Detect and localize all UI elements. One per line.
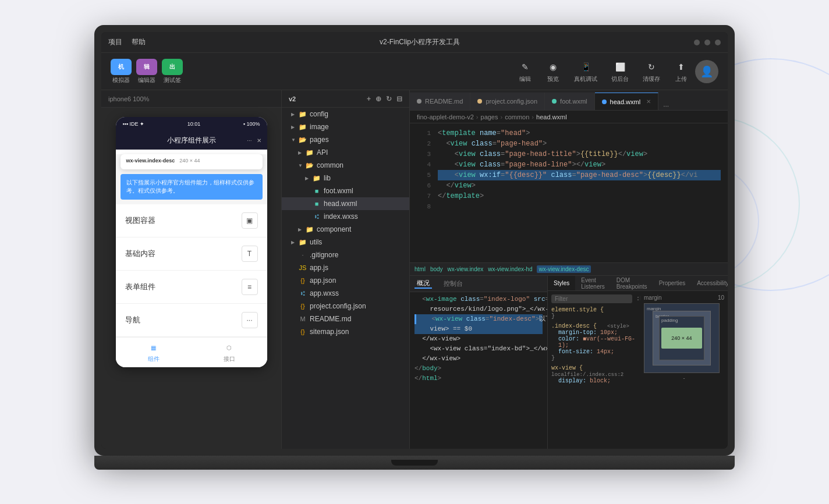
- tab-foot-wxml[interactable]: foot.wxml: [545, 93, 594, 110]
- pseudo-toggle[interactable]: :hov: [635, 296, 640, 302]
- toolbar-btn-editor[interactable]: 辑 编辑器: [136, 59, 157, 84]
- styles-tab-properties[interactable]: Properties: [653, 276, 692, 290]
- code-content: <template name="head"> <view class="page…: [431, 123, 728, 262]
- menu-project[interactable]: 项目: [108, 37, 122, 47]
- code-editor[interactable]: 1 2 3 4 5 6 7 8 <template name="head">: [410, 123, 728, 262]
- tree-item-readme[interactable]: ▶ M README.md: [282, 313, 409, 325]
- tree-item-pages[interactable]: ▼ 📂 pages: [282, 133, 409, 146]
- action-device-debug[interactable]: 📱 真机调试: [574, 60, 597, 83]
- html-line-5: </wx-view>: [414, 334, 543, 344]
- phone-close-icon[interactable]: ✕: [257, 137, 261, 144]
- tab-more[interactable]: ···: [658, 102, 674, 110]
- tab-project-config[interactable]: project.config.json: [470, 93, 545, 110]
- file-project-config-icon: {}: [298, 301, 307, 311]
- menu-item-nav[interactable]: 导航 ···: [116, 304, 267, 337]
- file-gitignore-icon: ·: [298, 250, 307, 260]
- phone-tooltip-header: wx-view.index-desc 240 × 44: [126, 158, 257, 164]
- collapse-icon[interactable]: ⊟: [396, 95, 402, 103]
- dev-tab-overview[interactable]: 概况: [414, 279, 432, 289]
- styles-tab-event-listeners[interactable]: Event Listeners: [575, 276, 611, 290]
- dom-body-tag[interactable]: body: [430, 266, 443, 272]
- tree-item-foot-wxml[interactable]: ▶ ■ foot.wxml: [282, 184, 409, 197]
- dom-breadcrumb: html body wx-view.index wx-view.index-hd…: [410, 263, 728, 276]
- title-bar-menu: 项目 帮助: [108, 37, 146, 47]
- nav-component[interactable]: ▦ 组件: [116, 338, 192, 367]
- action-preview[interactable]: ◉ 预览: [546, 60, 560, 83]
- box-diagram: margin border padding 240 × 44: [644, 303, 720, 373]
- tab-close-icon[interactable]: ✕: [646, 98, 651, 105]
- phone-more-icon[interactable]: ···: [247, 137, 251, 144]
- styles-filter-input[interactable]: [551, 294, 632, 303]
- tree-item-config-label: config: [310, 110, 328, 118]
- action-clear-cache[interactable]: ↻ 清缓存: [643, 60, 660, 83]
- window-minimize[interactable]: [694, 40, 700, 45]
- simulator-icon: 机: [111, 59, 132, 75]
- tree-item-api[interactable]: ▶ 📁 API: [282, 146, 409, 159]
- new-folder-icon[interactable]: ⊕: [375, 95, 381, 103]
- wx-view-source[interactable]: localfile:/.index.css:2: [551, 372, 623, 378]
- user-avatar[interactable]: 👤: [695, 60, 718, 83]
- file-tree-actions: + ⊕ ↻ ⊟: [367, 95, 402, 103]
- dev-tab-console[interactable]: 控制台: [441, 279, 465, 288]
- nav-icon: ···: [242, 312, 258, 328]
- window-close[interactable]: [715, 40, 721, 45]
- tab-foot-wxml-label: foot.wxml: [560, 98, 587, 105]
- style-rule-element: element.style { }: [551, 307, 637, 320]
- tree-item-component[interactable]: ▶ 📁 component: [282, 223, 409, 236]
- action-upload[interactable]: ⬆ 上传: [674, 60, 688, 83]
- breadcrumb-pages: pages: [481, 113, 498, 120]
- tree-item-index-wxss[interactable]: ▶ ⑆ index.wxss: [282, 210, 409, 223]
- refresh-icon[interactable]: ↻: [386, 95, 392, 103]
- window-maximize[interactable]: [704, 40, 710, 45]
- folder-image-icon: 📁: [298, 122, 307, 132]
- tree-item-app-json[interactable]: ▶ {} app.json: [282, 274, 409, 287]
- dom-wx-view-index-tag[interactable]: wx-view.index: [448, 266, 484, 272]
- menu-item-form[interactable]: 表单组件 ≡: [116, 271, 267, 304]
- style-rule-index-desc: .index-desc { <style> margin-top: 10px; …: [551, 323, 637, 361]
- basic-content-icon: T: [242, 246, 258, 262]
- menu-item-view-container[interactable]: 视图容器 ▣: [116, 204, 267, 237]
- toolbar-btn-simulator[interactable]: 机 模拟器: [111, 59, 132, 84]
- styles-tab-accessibility[interactable]: Accessibility: [691, 276, 728, 290]
- tree-item-project-config[interactable]: ▶ {} project.config.json: [282, 300, 409, 313]
- interface-nav-icon: ⬡: [224, 342, 235, 354]
- breadcrumb-common: common: [505, 113, 529, 120]
- menu-item-basic-content[interactable]: 基础内容 T: [116, 237, 267, 271]
- html-line-8: </body>: [414, 364, 543, 374]
- tree-item-head-wxml[interactable]: ▶ ■ head.wxml: [282, 197, 409, 210]
- tab-head-wxml[interactable]: head.wxml ✕: [595, 93, 659, 110]
- dom-html-tag[interactable]: html: [414, 266, 426, 272]
- tree-item-lib[interactable]: ▶ 📁 lib: [282, 172, 409, 184]
- code-line-2: <view class="page-head">: [438, 139, 721, 149]
- tree-item-app-wxss-label: app.wxss: [310, 289, 339, 297]
- phone-signal: ▪▪▪ IDE ✦: [123, 121, 145, 127]
- tree-item-gitignore[interactable]: ▶ · .gitignore: [282, 249, 409, 261]
- dom-wx-view-index-desc-tag[interactable]: wx-view.index-desc: [537, 265, 590, 273]
- editor-breadcrumb: fino-applet-demo-v2 › pages › common › h…: [410, 111, 728, 123]
- dom-wx-view-index-hd-tag[interactable]: wx-view.index-hd: [488, 266, 532, 272]
- toolbar: 机 模拟器 辑 编辑器 出 测试签 ✎ 编辑: [101, 53, 728, 90]
- tab-readme[interactable]: README.md: [410, 93, 470, 110]
- box-border-area: border padding 240 × 44: [653, 311, 711, 365]
- tree-item-config[interactable]: ▶ 📁 config: [282, 108, 409, 120]
- new-file-icon[interactable]: +: [367, 95, 371, 103]
- styles-tab-dom-breakpoints[interactable]: DOM Breakpoints: [611, 276, 653, 290]
- style-rule-wx-view: wx-view { localfile:/.index.css:2 displa…: [551, 365, 637, 384]
- phone-status-bar: ▪▪▪ IDE ✦ 10:01 ▪ 100%: [116, 117, 267, 131]
- tree-item-app-js[interactable]: ▶ JS app.js: [282, 261, 409, 274]
- tree-item-sitemap[interactable]: ▶ {} sitemap.json: [282, 325, 409, 338]
- file-tree-header: v2 + ⊕ ↻ ⊟: [282, 90, 409, 108]
- styles-tab-styles[interactable]: Styles: [548, 276, 575, 290]
- tree-item-readme-label: README.md: [310, 315, 351, 323]
- tree-item-image[interactable]: ▶ 📁 image: [282, 120, 409, 133]
- tree-item-app-wxss[interactable]: ▶ ⑆ app.wxss: [282, 287, 409, 300]
- nav-interface[interactable]: ⬡ 接口: [192, 338, 267, 367]
- toolbar-btn-test[interactable]: 出 测试签: [162, 59, 183, 84]
- menu-help[interactable]: 帮助: [132, 37, 146, 47]
- action-background[interactable]: ⬜ 切后台: [611, 60, 629, 83]
- editor-tabs: README.md project.config.json foot.wxml: [410, 90, 728, 111]
- action-edit[interactable]: ✎ 编辑: [518, 60, 532, 83]
- tree-item-utils[interactable]: ▶ 📁 utils: [282, 236, 409, 249]
- simulator-device-info: iphone6 100%: [108, 95, 149, 102]
- tree-item-common[interactable]: ▼ 📂 common: [282, 159, 409, 172]
